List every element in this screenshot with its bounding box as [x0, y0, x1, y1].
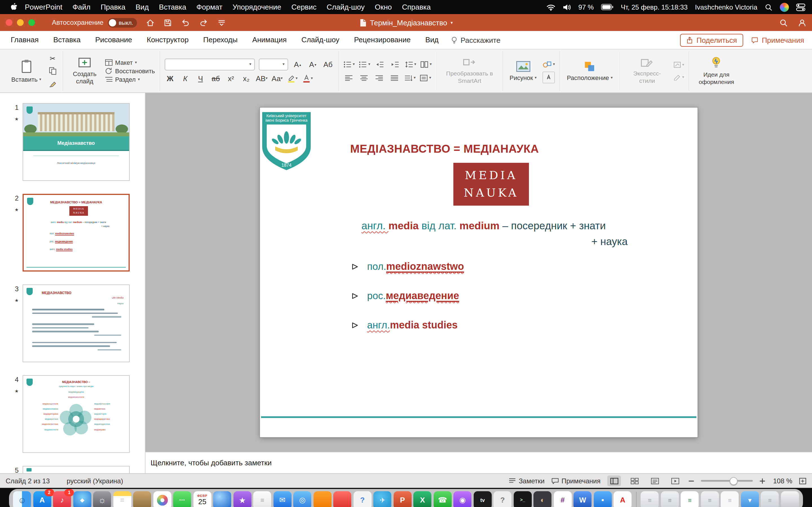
- animation-star-icon[interactable]: ★: [15, 298, 18, 303]
- menu-item[interactable]: Вид: [131, 3, 154, 11]
- control-center-icon[interactable]: [796, 3, 805, 11]
- podcasts-dock-icon[interactable]: ◉: [454, 491, 472, 507]
- ribbon-tab[interactable]: Переходы: [196, 31, 245, 49]
- align-text-vertical-button[interactable]: ▾: [419, 72, 431, 83]
- increase-font-button[interactable]: А▴: [292, 59, 303, 69]
- autosave-toggle[interactable]: выкл.: [108, 18, 137, 27]
- slide-editor-canvas[interactable]: Київський університет імені Бориса Грінч…: [146, 93, 812, 452]
- system-settings-dock-icon[interactable]: ☼: [93, 491, 111, 507]
- bullet-item-english[interactable]: англ. media studies: [351, 320, 458, 331]
- notes-toggle-button[interactable]: Заметки: [509, 477, 545, 485]
- app-store-dock-icon[interactable]: A2: [33, 491, 51, 507]
- slide-title[interactable]: МЕДІАЗНАВСТВО = МЕДІАНАУКА: [350, 143, 539, 156]
- search-icon[interactable]: [779, 18, 788, 27]
- reset-slide-button[interactable]: Восстановить: [105, 68, 155, 74]
- menu-item[interactable]: Файл: [67, 3, 96, 11]
- tellme-button[interactable]: Расскажите: [451, 36, 500, 44]
- ribbon-tab[interactable]: Рисование: [88, 31, 140, 49]
- zoom-percentage[interactable]: 108 %: [772, 477, 792, 485]
- menu-item[interactable]: PowerPoint: [20, 3, 67, 11]
- menu-clock[interactable]: Чт, 25 февр. 15:18:33: [621, 3, 688, 11]
- maps-globe-dock-icon[interactable]: [213, 491, 232, 507]
- new-slide-button[interactable]: Создать слайд: [68, 56, 101, 86]
- section-button[interactable]: Раздел▾: [105, 76, 155, 83]
- animation-star-icon[interactable]: ★: [15, 389, 18, 394]
- slide-thumbnail-5[interactable]: [22, 466, 130, 473]
- finder-dock-icon[interactable]: ☺: [13, 491, 31, 507]
- title-chevron-icon[interactable]: ▾: [451, 20, 453, 25]
- shape-format-button[interactable]: ▾: [673, 59, 684, 70]
- save-button[interactable]: [163, 18, 172, 27]
- increase-indent-button[interactable]: [389, 59, 401, 69]
- etymology-line[interactable]: англ. media від лат. medium – посередник…: [361, 220, 606, 232]
- normal-view-button[interactable]: [607, 475, 621, 486]
- ribbon-tab[interactable]: Вставка: [46, 31, 88, 49]
- blue-app-dock-icon[interactable]: ◎: [294, 491, 312, 507]
- slide-thumbnail-2-selected[interactable]: МЕДІАЗНАВСТВО = МЕДІАНАУКА MEDIANAUKA ан…: [22, 194, 130, 272]
- notes-pane[interactable]: Щелкните, чтобы добавить заметки: [146, 452, 812, 473]
- shape-outline-button[interactable]: ▾: [673, 72, 684, 82]
- clear-formatting-button[interactable]: Аб: [322, 59, 334, 69]
- help-app-dock-icon[interactable]: ?: [354, 491, 371, 507]
- whatsapp-dock-icon[interactable]: ☎: [434, 491, 452, 507]
- document-title[interactable]: Термін_Медіазнавство: [370, 18, 447, 27]
- customize-toolbar-button[interactable]: [217, 18, 226, 27]
- calendar-dock-icon[interactable]: ФЕВР 25: [193, 491, 211, 507]
- minimized-window-dock-icon[interactable]: ≡: [701, 491, 719, 507]
- italic-button[interactable]: К: [180, 73, 191, 83]
- terminal-dock-icon[interactable]: >_: [514, 491, 532, 507]
- change-case-button[interactable]: Аа▾: [271, 73, 283, 83]
- highlight-color-button[interactable]: ▾: [287, 73, 298, 83]
- ribbon-tab[interactable]: Слайд-шоу: [294, 31, 347, 49]
- apple-tv-dock-icon[interactable]: tv: [474, 491, 492, 507]
- zoom-out-button[interactable]: [689, 478, 694, 484]
- columns-button[interactable]: ▾: [420, 59, 432, 69]
- facetime-dock-icon[interactable]: ■: [594, 491, 612, 507]
- decrease-indent-button[interactable]: [374, 59, 386, 69]
- messages-dock-icon[interactable]: •••: [173, 491, 192, 507]
- menu-user[interactable]: Ivashchenko Victoria: [695, 3, 757, 11]
- apple-menu-icon[interactable]: [10, 3, 17, 11]
- minimized-doc-dock-icon[interactable]: ≡: [721, 491, 739, 507]
- ribbon-tab[interactable]: Конструктор: [140, 31, 196, 49]
- comments-button[interactable]: Примечания: [751, 36, 804, 44]
- bullet-item-russian[interactable]: рос. медиаведение: [351, 290, 459, 302]
- trash-dock-icon[interactable]: [781, 491, 799, 507]
- textedit-dock-icon[interactable]: ≡: [253, 491, 271, 507]
- acrobat-dock-icon[interactable]: A: [614, 491, 632, 507]
- purple-star-app-dock-icon[interactable]: ★: [234, 491, 252, 507]
- line-spacing-button[interactable]: ▾: [405, 59, 416, 69]
- decrease-font-button[interactable]: А▾: [307, 59, 318, 69]
- redo-button[interactable]: [199, 18, 208, 27]
- fit-slide-button[interactable]: [799, 477, 806, 484]
- slide-thumbnail-4[interactable]: МЕДІАЗНАВСТВО – сукупність наук / знань …: [22, 375, 130, 453]
- slack-dock-icon[interactable]: #: [554, 491, 572, 507]
- menu-item[interactable]: Упорядочение: [227, 3, 287, 11]
- font-size-combo[interactable]: ▾: [259, 58, 288, 70]
- menu-item[interactable]: Вставка: [154, 3, 192, 11]
- menu-item[interactable]: Формат: [191, 3, 227, 11]
- volume-icon[interactable]: [562, 4, 571, 10]
- downloads-folder-dock-icon[interactable]: ▾: [741, 491, 759, 507]
- arrange-button[interactable]: Расположение▾: [564, 60, 615, 82]
- music-dock-icon[interactable]: ♪1: [53, 491, 71, 507]
- justify-button[interactable]: [389, 72, 400, 83]
- stack-dock-icon[interactable]: ≡: [761, 491, 779, 507]
- design-ideas-button[interactable]: Идеи для оформления: [694, 55, 739, 87]
- bullet-item-polish[interactable]: пол. medioznawstwo: [351, 261, 464, 273]
- dark-app-dock-icon[interactable]: ◐: [534, 491, 552, 507]
- ribbon-tab[interactable]: Рецензирование: [347, 31, 418, 49]
- etymology-line2[interactable]: + наука: [591, 235, 627, 248]
- university-crest[interactable]: Київський університет імені Бориса Грінч…: [260, 111, 312, 172]
- powerpoint-dock-icon[interactable]: P: [394, 491, 412, 507]
- character-spacing-button[interactable]: АВ▾: [256, 73, 267, 83]
- zoom-slider-thumb[interactable]: [729, 477, 737, 485]
- current-slide[interactable]: Київський університет імені Бориса Грінч…: [260, 108, 698, 437]
- slide-thumbnail-1[interactable]: Медіазнавство Лексичний мінімум медіазна…: [22, 103, 130, 181]
- share-user-icon[interactable]: [798, 18, 806, 27]
- photo-booth-dock-icon[interactable]: [133, 491, 151, 507]
- numbered-list-button[interactable]: ▾: [359, 59, 370, 69]
- excel-dock-icon[interactable]: X: [414, 491, 432, 507]
- minimized-window-dock-icon[interactable]: ≡: [641, 491, 659, 507]
- layout-button[interactable]: Макет▾: [105, 59, 155, 66]
